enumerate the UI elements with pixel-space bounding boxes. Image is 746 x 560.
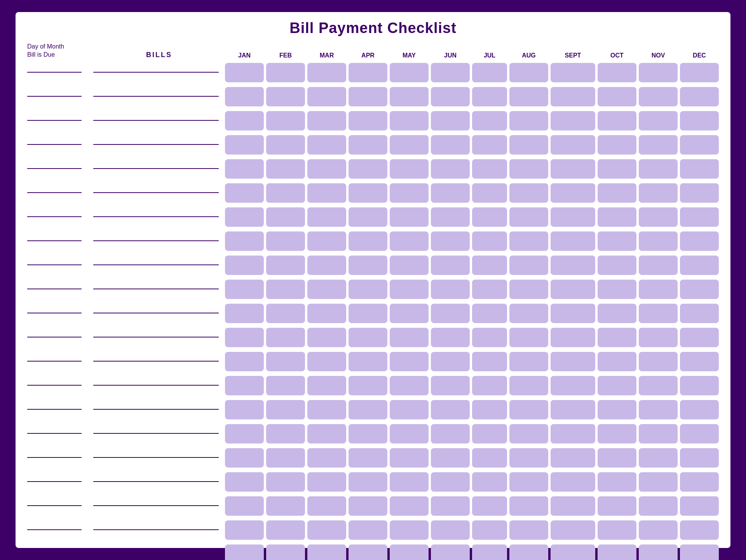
cell-jan[interactable] <box>225 448 264 468</box>
cell-may[interactable] <box>390 231 429 251</box>
cell-may[interactable] <box>390 544 429 560</box>
cell-jan[interactable] <box>225 400 264 419</box>
cell-sept[interactable] <box>551 231 595 251</box>
cell-sept[interactable] <box>551 256 595 275</box>
table-row[interactable] <box>27 325 719 350</box>
cell-jul[interactable] <box>472 400 507 419</box>
cell-mar[interactable] <box>307 111 346 130</box>
cell-feb[interactable] <box>266 87 305 106</box>
bill-input-line[interactable] <box>93 96 219 97</box>
cell-may[interactable] <box>390 496 429 516</box>
day-input-line[interactable] <box>27 553 82 554</box>
bill-input-line[interactable] <box>93 409 219 410</box>
cell-sept[interactable] <box>551 135 595 155</box>
cell-jul[interactable] <box>472 304 507 323</box>
cell-feb[interactable] <box>266 111 305 130</box>
cell-dec[interactable] <box>680 376 719 395</box>
cell-jul[interactable] <box>472 448 507 468</box>
cell-feb[interactable] <box>266 544 305 560</box>
cell-jun[interactable] <box>431 400 470 419</box>
cell-sept[interactable] <box>551 280 595 299</box>
cell-dec[interactable] <box>680 231 719 251</box>
cell-dec[interactable] <box>680 183 719 203</box>
cell-jul[interactable] <box>472 424 507 443</box>
cell-jul[interactable] <box>472 231 507 251</box>
cell-jun[interactable] <box>431 111 470 130</box>
day-input-line[interactable] <box>27 144 82 145</box>
cell-may[interactable] <box>390 424 429 443</box>
day-input-line[interactable] <box>27 264 82 265</box>
bill-input-line[interactable] <box>93 433 219 434</box>
cell-nov[interactable] <box>639 376 678 395</box>
cell-feb[interactable] <box>266 304 305 323</box>
cell-sept[interactable] <box>551 520 595 540</box>
day-input-line[interactable] <box>27 216 82 217</box>
cell-dec[interactable] <box>680 472 719 492</box>
cell-mar[interactable] <box>307 544 346 560</box>
cell-nov[interactable] <box>639 352 678 371</box>
cell-aug[interactable] <box>509 256 548 275</box>
cell-nov[interactable] <box>639 256 678 275</box>
day-input-line[interactable] <box>27 457 82 458</box>
cell-may[interactable] <box>390 280 429 299</box>
cell-aug[interactable] <box>509 87 548 106</box>
cell-mar[interactable] <box>307 256 346 275</box>
cell-feb[interactable] <box>266 256 305 275</box>
cell-aug[interactable] <box>509 448 548 468</box>
cell-aug[interactable] <box>509 135 548 155</box>
cell-sept[interactable] <box>551 111 595 130</box>
cell-mar[interactable] <box>307 448 346 468</box>
cell-aug[interactable] <box>509 400 548 419</box>
cell-jun[interactable] <box>431 376 470 395</box>
cell-oct[interactable] <box>598 111 636 130</box>
cell-jun[interactable] <box>431 304 470 323</box>
cell-jun[interactable] <box>431 520 470 540</box>
cell-jul[interactable] <box>472 256 507 275</box>
bill-input-line[interactable] <box>93 289 219 289</box>
cell-mar[interactable] <box>307 183 346 203</box>
cell-aug[interactable] <box>509 207 548 227</box>
cell-feb[interactable] <box>266 448 305 468</box>
cell-jan[interactable] <box>225 328 264 347</box>
cell-sept[interactable] <box>551 328 595 347</box>
cell-dec[interactable] <box>680 304 719 323</box>
cell-jul[interactable] <box>472 159 507 179</box>
table-row[interactable] <box>27 446 719 470</box>
day-input-line[interactable] <box>27 120 82 121</box>
cell-feb[interactable] <box>266 376 305 395</box>
cell-oct[interactable] <box>598 400 636 419</box>
cell-nov[interactable] <box>639 304 678 323</box>
day-input-line[interactable] <box>27 240 82 241</box>
cell-mar[interactable] <box>307 376 346 395</box>
cell-may[interactable] <box>390 111 429 130</box>
day-input-line[interactable] <box>27 313 82 313</box>
cell-dec[interactable] <box>680 207 719 227</box>
table-row[interactable] <box>27 109 719 133</box>
cell-oct[interactable] <box>598 376 636 395</box>
cell-dec[interactable] <box>680 328 719 347</box>
cell-mar[interactable] <box>307 280 346 299</box>
cell-aug[interactable] <box>509 472 548 492</box>
cell-mar[interactable] <box>307 520 346 540</box>
table-row[interactable] <box>27 301 719 325</box>
cell-aug[interactable] <box>509 63 548 82</box>
cell-sept[interactable] <box>551 472 595 492</box>
day-input-line[interactable] <box>27 433 82 434</box>
cell-oct[interactable] <box>598 256 636 275</box>
cell-apr[interactable] <box>349 111 387 130</box>
day-input-line[interactable] <box>27 409 82 410</box>
cell-feb[interactable] <box>266 63 305 82</box>
cell-jul[interactable] <box>472 328 507 347</box>
cell-nov[interactable] <box>639 280 678 299</box>
table-row[interactable] <box>27 277 719 301</box>
cell-oct[interactable] <box>598 424 636 443</box>
cell-aug[interactable] <box>509 159 548 179</box>
cell-dec[interactable] <box>680 256 719 275</box>
cell-oct[interactable] <box>598 544 636 560</box>
cell-mar[interactable] <box>307 400 346 419</box>
bill-input-line[interactable] <box>93 529 219 530</box>
cell-aug[interactable] <box>509 280 548 299</box>
cell-jun[interactable] <box>431 183 470 203</box>
cell-oct[interactable] <box>598 207 636 227</box>
cell-mar[interactable] <box>307 424 346 443</box>
